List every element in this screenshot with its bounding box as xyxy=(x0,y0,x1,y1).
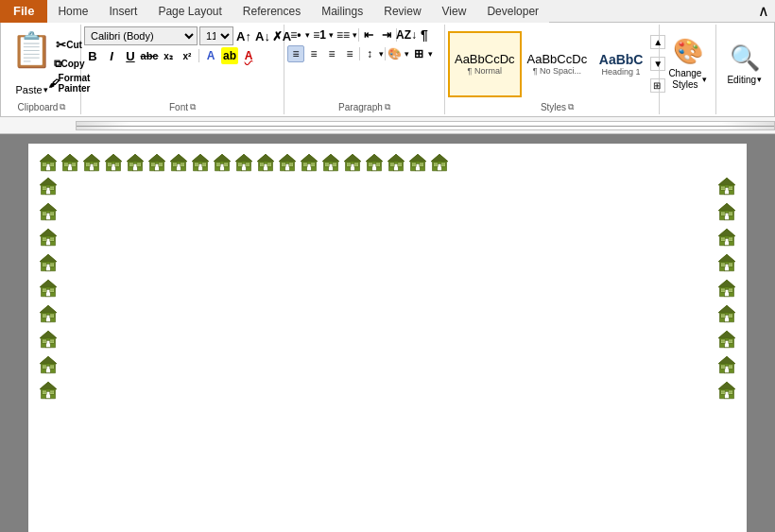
svg-marker-127 xyxy=(344,154,361,162)
bold-button[interactable]: B xyxy=(84,47,101,64)
bullets-button[interactable]: ≡• xyxy=(287,26,304,43)
highlight-button[interactable]: ab xyxy=(221,47,238,64)
document-page[interactable] xyxy=(28,144,747,532)
svg-marker-109 xyxy=(301,154,318,162)
justify-button[interactable]: ≡ xyxy=(341,45,358,62)
font-size-select[interactable]: 11 xyxy=(199,26,233,45)
house-right-2 xyxy=(716,228,737,249)
style-no-spacing-label: ¶ No Spaci... xyxy=(533,66,581,76)
house-top-6 xyxy=(168,153,189,175)
styles-expand[interactable]: ⧉ xyxy=(568,102,574,112)
align-right-button[interactable]: ≡ xyxy=(323,45,340,62)
house-right-7 xyxy=(716,355,737,377)
svg-marker-226 xyxy=(40,254,57,262)
svg-marker-217 xyxy=(718,229,735,236)
format-painter-button[interactable]: 🖌 Format Painter xyxy=(60,75,78,92)
clipboard-expand[interactable]: ⧉ xyxy=(60,102,65,112)
copy-button[interactable]: ⧉ Copy xyxy=(60,56,78,73)
font-family-select[interactable]: Calibri (Body) xyxy=(84,26,198,45)
tab-review[interactable]: Review xyxy=(373,0,431,23)
styles-items: AaBbCcDc ¶ Normal AaBbCcDc ¶ No Spaci...… xyxy=(448,26,666,101)
paragraph-expand[interactable]: ⧉ xyxy=(385,102,390,112)
font-color-button[interactable]: A xyxy=(240,47,257,64)
house-top-11 xyxy=(277,153,298,175)
house-right-4 xyxy=(716,279,737,300)
text-effects-button[interactable]: A xyxy=(202,47,219,64)
tab-file[interactable]: File xyxy=(0,0,47,23)
tab-mailings[interactable]: Mailings xyxy=(311,0,373,23)
document-area xyxy=(0,134,775,532)
house-top-2 xyxy=(81,153,102,175)
italic-button[interactable]: I xyxy=(103,47,120,64)
clipboard-group: 📋 Paste ▾ ✂ Cut ⧉ Copy 🖌 Format Painter … xyxy=(3,25,81,114)
svg-marker-199 xyxy=(718,203,735,211)
border-button[interactable]: ⊞ xyxy=(410,45,427,62)
house-side-row-3 xyxy=(38,253,737,275)
svg-marker-163 xyxy=(431,154,448,162)
change-styles-icon: 🎨 xyxy=(673,37,703,66)
shading-dropdown[interactable]: ▾ xyxy=(405,49,409,59)
show-marks-button[interactable]: ¶ xyxy=(416,26,433,43)
underline-button[interactable]: U xyxy=(122,47,139,64)
grow-font-button[interactable]: A↑ xyxy=(235,27,252,44)
font-expand[interactable]: ⧉ xyxy=(190,102,196,112)
shading-button[interactable]: 🎨 xyxy=(387,45,404,62)
cut-button[interactable]: ✂ Cut xyxy=(60,37,78,54)
house-right-3 xyxy=(716,253,737,275)
increase-indent-button[interactable]: ⇥ xyxy=(378,26,395,43)
font-row-1: Calibri (Body) 11 A↑ A↓ ✗A xyxy=(84,26,290,45)
styles-group: AaBbCcDc ¶ Normal AaBbCcDc ¶ No Spaci...… xyxy=(445,25,660,114)
bullets-dropdown[interactable]: ▾ xyxy=(305,30,310,40)
border-dropdown[interactable]: ▾ xyxy=(428,49,433,59)
align-center-button[interactable]: ≡ xyxy=(305,45,322,62)
house-top-5 xyxy=(146,153,167,175)
house-top-4 xyxy=(125,153,146,175)
font-row-2: B I U abc x₂ x² A ab A xyxy=(84,47,257,64)
house-top-18 xyxy=(429,153,450,175)
subscript-button[interactable]: x₂ xyxy=(160,47,177,64)
house-side-row-5 xyxy=(38,304,737,326)
house-right-8 xyxy=(716,381,737,403)
tab-home[interactable]: Home xyxy=(47,0,98,23)
sort-button[interactable]: AZ↓ xyxy=(398,26,415,43)
strikethrough-button[interactable]: abc xyxy=(141,47,158,64)
editing-empty xyxy=(719,101,769,112)
paste-icon: 📋 xyxy=(10,33,53,67)
style-normal-label: ¶ Normal xyxy=(468,66,502,76)
tab-insert[interactable]: Insert xyxy=(98,0,147,23)
house-left-0 xyxy=(38,177,59,198)
align-left-button[interactable]: ≡ xyxy=(287,45,304,62)
decrease-indent-button[interactable]: ⇤ xyxy=(360,26,377,43)
multilevel-button[interactable]: ≡≡ xyxy=(335,26,352,43)
line-spacing-dropdown[interactable]: ▾ xyxy=(379,49,384,59)
svg-marker-73 xyxy=(214,154,231,162)
shrink-font-button[interactable]: A↓ xyxy=(254,27,271,44)
tab-references[interactable]: References xyxy=(232,0,311,23)
tab-developer[interactable]: Developer xyxy=(476,0,549,23)
change-styles-button[interactable]: 🎨 ChangeStyles ▾ xyxy=(663,31,713,97)
svg-marker-91 xyxy=(257,154,274,162)
minimize-button[interactable]: ∧ xyxy=(752,0,775,23)
svg-marker-298 xyxy=(40,356,57,364)
line-spacing-button[interactable]: ↕ xyxy=(361,45,378,62)
house-left-1 xyxy=(38,202,59,224)
style-normal[interactable]: AaBbCcDc ¶ Normal xyxy=(448,31,522,97)
numbering-button[interactable]: ≡1 xyxy=(311,26,328,43)
superscript-button[interactable]: x² xyxy=(179,47,196,64)
multilevel-dropdown[interactable]: ▾ xyxy=(353,30,357,40)
style-heading1[interactable]: AaBbC Heading 1 xyxy=(593,31,649,97)
tab-page-layout[interactable]: Page Layout xyxy=(147,0,232,23)
house-top-0 xyxy=(38,153,59,175)
style-no-spacing[interactable]: AaBbCcDc ¶ No Spaci... xyxy=(522,31,594,97)
house-top-17 xyxy=(407,153,428,175)
house-top-13 xyxy=(320,153,341,175)
editing-button[interactable]: 🔍 Editing ▾ xyxy=(719,31,769,97)
numbering-dropdown[interactable]: ▾ xyxy=(329,30,334,40)
paste-label: Paste ▾ xyxy=(15,84,47,95)
style-normal-preview: AaBbCcDc xyxy=(455,52,515,66)
svg-marker-280 xyxy=(40,331,57,338)
house-top-10 xyxy=(255,153,276,175)
tab-view[interactable]: View xyxy=(432,0,477,23)
house-side-row-8 xyxy=(38,381,737,403)
svg-marker-1 xyxy=(40,154,57,162)
